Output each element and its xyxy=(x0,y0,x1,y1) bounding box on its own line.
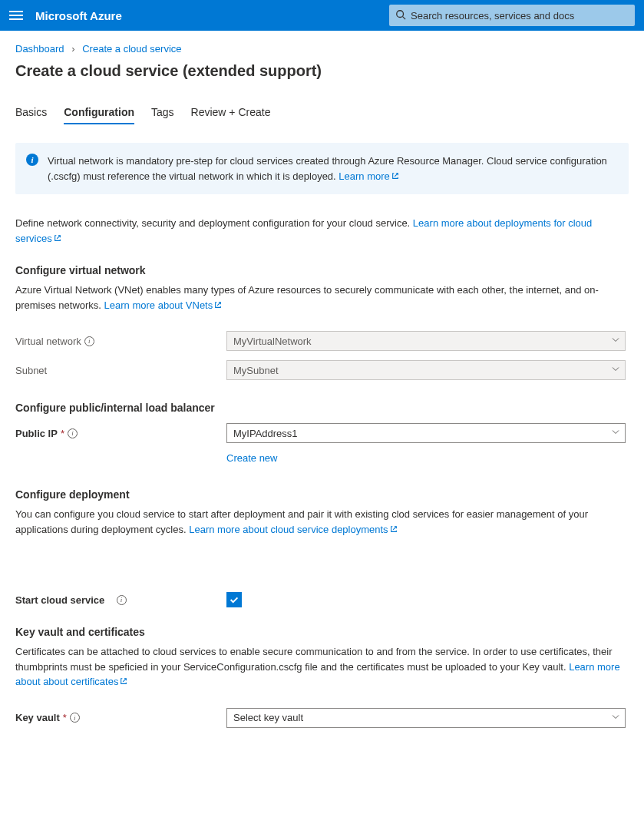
chevron-down-icon xyxy=(611,428,620,439)
start-cloud-service-checkbox[interactable] xyxy=(226,592,242,607)
page-title: Create a cloud service (extended support… xyxy=(15,62,629,80)
keyvault-desc: Certificates can be attached to cloud se… xyxy=(15,644,629,690)
top-bar: Microsoft Azure xyxy=(0,0,644,31)
virtual-network-select: MyVirtualNetwork xyxy=(226,331,626,351)
info-icon[interactable]: i xyxy=(70,713,80,723)
deploy-desc: You can configure you cloud service to s… xyxy=(15,507,629,537)
subnet-select: MySubnet xyxy=(226,360,626,380)
hamburger-menu-icon[interactable] xyxy=(9,11,23,20)
vnet-desc: Azure Virtual Network (VNet) enables man… xyxy=(15,283,629,313)
search-container xyxy=(389,5,635,26)
keyvault-label: Key vault * i xyxy=(15,712,226,723)
search-icon xyxy=(395,9,411,22)
tab-review-create[interactable]: Review + Create xyxy=(191,101,271,124)
search-input[interactable] xyxy=(411,10,629,22)
section-heading-keyvault: Key vault and certificates xyxy=(15,626,629,638)
external-link-icon xyxy=(214,298,222,306)
svg-point-0 xyxy=(397,10,404,17)
deploy-learn-more-link[interactable]: Learn more about cloud service deploymen… xyxy=(189,524,397,535)
external-link-icon xyxy=(120,674,127,682)
brand-label: Microsoft Azure xyxy=(35,9,122,22)
intro-text: Define network connectivity, security an… xyxy=(15,216,629,246)
public-ip-label: Public IP * i xyxy=(15,428,226,439)
info-banner: i Virtual network is mandatory pre-step … xyxy=(15,143,629,194)
external-link-icon xyxy=(54,231,61,239)
info-icon[interactable]: i xyxy=(84,336,94,346)
external-link-icon xyxy=(391,169,399,177)
keyvault-value: Select key vault xyxy=(233,712,303,723)
external-link-icon xyxy=(390,522,398,530)
breadcrumb: Dashboard › Create a cloud service xyxy=(15,43,629,55)
create-new-public-ip-link[interactable]: Create new xyxy=(226,452,277,464)
section-heading-deploy: Configure deployment xyxy=(15,488,629,501)
chevron-down-icon xyxy=(611,712,620,723)
tab-basics[interactable]: Basics xyxy=(15,101,47,124)
public-ip-select[interactable]: MyIPAddress1 xyxy=(226,423,626,443)
info-icon[interactable]: i xyxy=(68,428,78,438)
banner-text: Virtual network is mandatory pre-step fo… xyxy=(48,155,607,182)
breadcrumb-item[interactable]: Dashboard xyxy=(15,43,64,55)
banner-learn-more-link[interactable]: Learn more xyxy=(339,170,398,182)
tab-configuration[interactable]: Configuration xyxy=(64,101,134,124)
virtual-network-label: Virtual network i xyxy=(15,336,226,347)
subnet-value: MySubnet xyxy=(233,365,279,376)
info-icon[interactable]: i xyxy=(117,595,127,605)
svg-line-1 xyxy=(403,16,406,19)
search-box[interactable] xyxy=(389,5,635,26)
chevron-right-icon: › xyxy=(71,43,74,55)
breadcrumb-item[interactable]: Create a cloud service xyxy=(82,43,181,55)
info-icon: i xyxy=(26,154,38,166)
virtual-network-value: MyVirtualNetwork xyxy=(233,336,312,347)
chevron-down-icon xyxy=(611,365,620,376)
start-cloud-service-label: Start cloud service i xyxy=(15,594,226,606)
vnet-learn-more-link[interactable]: Learn more about VNets xyxy=(104,299,223,311)
tab-tags[interactable]: Tags xyxy=(151,101,174,124)
chevron-down-icon xyxy=(611,336,620,347)
subnet-label: Subnet xyxy=(15,365,226,376)
public-ip-value: MyIPAddress1 xyxy=(233,428,298,439)
keyvault-select[interactable]: Select key vault xyxy=(226,708,626,728)
section-heading-lb: Configure public/internal load balancer xyxy=(15,402,629,414)
section-heading-vnet: Configure virtual network xyxy=(15,264,629,276)
tabs: Basics Configuration Tags Review + Creat… xyxy=(15,101,629,124)
